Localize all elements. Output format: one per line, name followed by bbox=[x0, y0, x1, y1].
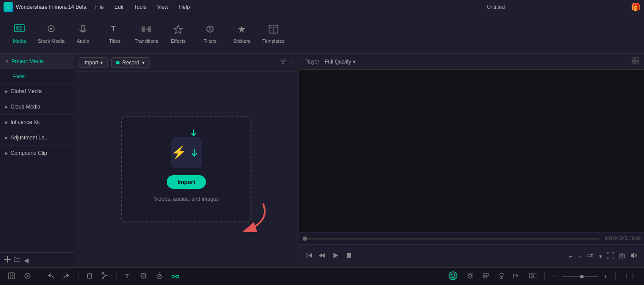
svg-rect-9 bbox=[148, 26, 151, 32]
sidebar-item-folder[interactable]: Folder bbox=[0, 69, 74, 84]
sidebar-item-global-media[interactable]: ▶ Global Media bbox=[0, 84, 74, 99]
collapse-icon[interactable]: ◀ bbox=[24, 257, 29, 264]
toolbar-transitions[interactable]: Transitions bbox=[131, 18, 161, 50]
player-progress-bar[interactable] bbox=[303, 238, 599, 240]
fullscreen-button[interactable] bbox=[606, 251, 615, 261]
record-timeline-button[interactable] bbox=[496, 270, 507, 282]
toolbar-transitions-label: Transitions bbox=[135, 38, 158, 44]
svg-text:T: T bbox=[111, 25, 116, 33]
cut-button[interactable] bbox=[99, 270, 111, 282]
import-label: Import bbox=[83, 60, 98, 66]
mark-out-button[interactable]: ¬ bbox=[577, 251, 583, 261]
player-quality-selector[interactable]: Full Quality ▾ bbox=[325, 59, 356, 65]
play-button[interactable] bbox=[331, 251, 341, 262]
sidebar-item-cloud-media[interactable]: ▶ Cloud Media bbox=[0, 99, 74, 115]
menu-file[interactable]: File bbox=[91, 2, 108, 12]
player-right-controls: ⌐ ¬ ▾ bbox=[568, 251, 639, 261]
svg-rect-4 bbox=[19, 29, 22, 30]
svg-rect-50 bbox=[172, 275, 174, 278]
add-timeline-button[interactable] bbox=[511, 271, 523, 282]
templates-icon bbox=[268, 24, 279, 37]
step-back-button[interactable] bbox=[304, 251, 314, 262]
timeline-tool-1[interactable] bbox=[5, 270, 18, 282]
timeline-face-icon[interactable] bbox=[446, 269, 461, 284]
sidebar-item-project-media[interactable]: ▼ Project Media bbox=[0, 54, 74, 69]
sidebar-item-adjustment-layer[interactable]: ▶ Adjustment La... bbox=[0, 130, 74, 146]
import-green-button[interactable]: Import bbox=[167, 175, 206, 189]
svg-rect-26 bbox=[636, 58, 638, 60]
player-options-button[interactable]: ▾ bbox=[598, 251, 603, 261]
speed-button[interactable] bbox=[153, 270, 165, 282]
sidebar-item-compound-clip[interactable]: ▶ Compound Clip bbox=[0, 146, 74, 161]
player-header: Player Full Quality ▾ bbox=[299, 54, 644, 70]
toolbar-media[interactable]: Media bbox=[4, 18, 34, 50]
timeline-divider-4 bbox=[544, 273, 545, 281]
toolbar-effects-label: Effects bbox=[171, 38, 185, 44]
toolbar-audio[interactable]: Audio bbox=[68, 18, 98, 50]
expand-arrow-global-icon: ▶ bbox=[5, 90, 8, 94]
undo-button[interactable] bbox=[45, 271, 57, 282]
timeline-settings-2[interactable] bbox=[480, 271, 492, 282]
toolbar-titles[interactable]: T Titles bbox=[100, 18, 130, 50]
menu-view[interactable]: View bbox=[153, 2, 173, 12]
sidebar-influence-kit-label: Influence Kit bbox=[11, 119, 40, 125]
more-options-icon[interactable]: ··· bbox=[290, 60, 294, 66]
filter-icon[interactable] bbox=[280, 59, 286, 66]
svg-rect-18 bbox=[7, 256, 8, 262]
media-icon bbox=[14, 24, 25, 37]
media-area: Import ▾ Record ▾ ··· bbox=[74, 54, 299, 267]
svg-point-58 bbox=[500, 273, 503, 277]
mark-in-button[interactable]: ⌐ bbox=[568, 251, 574, 261]
link-button[interactable] bbox=[169, 271, 181, 282]
split-button[interactable] bbox=[527, 271, 539, 282]
toolbar-templates[interactable]: Templates bbox=[258, 18, 288, 50]
media-content: Import Videos, audios, and images bbox=[74, 71, 299, 267]
play-back-button[interactable] bbox=[318, 251, 327, 262]
new-item-icon[interactable] bbox=[4, 256, 11, 264]
crop-button[interactable] bbox=[137, 270, 150, 282]
svg-rect-25 bbox=[632, 58, 635, 60]
timeline-divider-1 bbox=[39, 273, 39, 281]
expand-arrow-adjustment-icon: ▶ bbox=[5, 136, 8, 140]
stop-button[interactable] bbox=[344, 251, 354, 262]
app-logo-icon bbox=[4, 2, 13, 12]
svg-marker-0 bbox=[6, 4, 11, 9]
svg-marker-32 bbox=[319, 253, 322, 258]
menu-edit[interactable]: Edit bbox=[110, 2, 128, 12]
text-tool-button[interactable]: T bbox=[122, 270, 134, 282]
svg-point-37 bbox=[621, 255, 623, 257]
timeline-settings-1[interactable] bbox=[464, 270, 476, 282]
zoom-in-button[interactable]: + bbox=[601, 271, 610, 282]
toolbar-filters[interactable]: Filters bbox=[195, 18, 225, 50]
menu-help[interactable]: Help bbox=[175, 2, 195, 12]
timeline-more-button[interactable]: ⋮⋮ bbox=[621, 271, 639, 282]
app-name: Wondershare Filmora 14 Beta bbox=[16, 4, 86, 10]
volume-button[interactable] bbox=[629, 251, 639, 261]
record-button[interactable]: Record ▾ bbox=[111, 57, 150, 68]
redo-button[interactable] bbox=[60, 271, 73, 282]
svg-rect-30 bbox=[307, 253, 307, 258]
zoom-slider[interactable] bbox=[562, 276, 598, 277]
svg-point-52 bbox=[449, 272, 457, 280]
gift-icon[interactable]: 🎁 bbox=[631, 2, 640, 12]
app-logo: Wondershare Filmora 14 Beta bbox=[4, 2, 86, 12]
drop-zone[interactable]: Import Videos, audios, and images bbox=[121, 116, 251, 222]
add-to-timeline-button[interactable] bbox=[585, 251, 595, 261]
svg-marker-10 bbox=[174, 25, 183, 34]
timeline-tool-2[interactable] bbox=[21, 270, 34, 282]
titles-icon: T bbox=[109, 24, 120, 37]
player-grid-icon[interactable] bbox=[632, 57, 639, 66]
player-quality-label: Full Quality bbox=[325, 59, 351, 65]
zoom-out-button[interactable]: − bbox=[550, 271, 559, 282]
toolbar-stickers[interactable]: Stickers bbox=[227, 18, 257, 50]
folder-icon[interactable] bbox=[14, 257, 20, 264]
import-button[interactable]: Import ▾ bbox=[79, 57, 108, 68]
toolbar-stock-media[interactable]: Stock Media bbox=[36, 18, 66, 50]
toolbar-effects[interactable]: Effects bbox=[163, 18, 193, 50]
sidebar-item-influence-kit[interactable]: ▶ Influence Kit bbox=[0, 115, 74, 130]
menu-tools[interactable]: Tools bbox=[130, 2, 151, 12]
download-arrow-icon bbox=[189, 129, 198, 142]
delete-button[interactable] bbox=[84, 270, 95, 282]
svg-rect-62 bbox=[529, 274, 532, 278]
snapshot-button[interactable] bbox=[618, 251, 626, 261]
